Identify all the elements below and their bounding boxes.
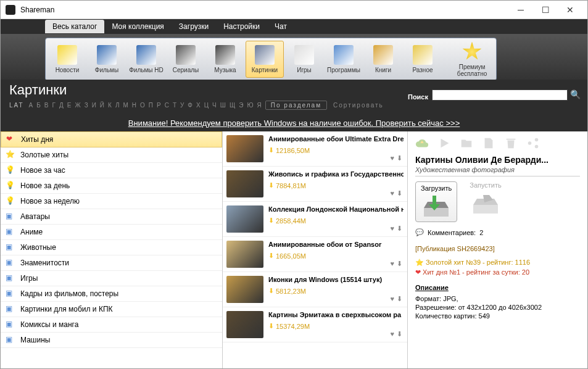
tool-films-hd[interactable]: Фильмы HD (127, 41, 165, 78)
tool-series[interactable]: Сериалы (167, 41, 205, 78)
sidebar-item-5[interactable]: ▣Аватары (1, 209, 222, 225)
fav-icon[interactable]: ♥ (390, 225, 394, 233)
alpha-letter[interactable]: Е (67, 102, 73, 109)
list-item[interactable]: Коллекция Лондонской Национальной н ⬇ 28… (223, 202, 407, 237)
sidebar-item-2[interactable]: 💡Новое за час (1, 163, 222, 178)
alpha-letter[interactable]: М (123, 102, 129, 109)
alpha-letter[interactable]: С (165, 102, 170, 109)
list-item[interactable]: Живопись и графика из Государственно ⬇ 7… (223, 167, 407, 202)
list-item[interactable]: Анимированные обои от Spansor ⬇ 1665,05M… (223, 237, 407, 272)
fav-icon[interactable]: ♥ (390, 189, 394, 197)
alpha-letter[interactable]: Ю (247, 102, 254, 109)
download-icon[interactable]: ⬇ (397, 225, 402, 233)
menu-3[interactable]: Настройки (216, 20, 267, 33)
star-icon: ⭐ (6, 150, 15, 160)
fav-icon[interactable]: ♥ (390, 330, 394, 338)
menu-0[interactable]: Весь каталог (45, 20, 104, 33)
alpha-letter[interactable]: Ч (212, 102, 218, 109)
alpha-letter[interactable]: Щ (230, 102, 236, 109)
alpha-letter[interactable]: Т (173, 102, 178, 109)
alpha-letter[interactable]: Х (196, 102, 202, 109)
star-icon (462, 42, 482, 62)
alpha-letter[interactable]: Э (239, 102, 244, 109)
tool-books[interactable]: Книги (364, 41, 402, 78)
programs-icon (334, 45, 354, 65)
alpha-letter[interactable]: З (85, 102, 89, 109)
item-title: Картины Эрмитажа в сверхвысоком ра (268, 311, 404, 318)
alpha-letter[interactable]: О (140, 102, 146, 109)
sidebar-item-6[interactable]: ▣Аниме (1, 225, 222, 240)
alpha-letter[interactable]: И (92, 102, 97, 109)
download-icon[interactable]: ⬇ (397, 154, 402, 162)
alpha-letter[interactable]: Г (52, 102, 57, 109)
list-item[interactable]: Иконки для Windows (15514 штук) ⬇ 5812,2… (223, 272, 407, 307)
alpha-letter[interactable]: П (149, 102, 154, 109)
download-icon[interactable]: ⬇ (397, 260, 402, 268)
fav-icon[interactable]: ♥ (390, 154, 394, 162)
alpha-letter[interactable]: Д (59, 102, 65, 109)
download-icon[interactable]: ⬇ (397, 295, 402, 303)
search-input[interactable] (432, 89, 568, 101)
tool-misc[interactable]: Разное (404, 41, 442, 78)
sidebar-item-3[interactable]: 💡Новое за день (1, 178, 222, 194)
sort-button[interactable]: Сортировать (333, 102, 384, 109)
comments-row[interactable]: 💬 Комментариев: 2 (415, 228, 580, 236)
menu-1[interactable]: Моя коллекция (104, 20, 171, 33)
alpha-letter[interactable]: У (180, 102, 185, 109)
tool-pictures[interactable]: Картинки (246, 41, 284, 78)
tool-programs[interactable]: Программы (325, 41, 363, 78)
page-icon[interactable] (482, 136, 495, 150)
search-icon[interactable]: 🔍 (570, 89, 581, 101)
item-size: ⬇ 2858,44M (268, 217, 404, 225)
share-icon[interactable] (526, 136, 540, 150)
sidebar-item-1[interactable]: ⭐Золотые хиты (1, 147, 222, 163)
sidebar-item-12[interactable]: ▣Комиксы и манга (1, 317, 222, 333)
alpha-letter[interactable]: Й (100, 102, 106, 109)
sidebar-item-11[interactable]: ▣Картинки для мобил и КПК (1, 302, 222, 317)
fav-icon[interactable]: ♥ (390, 295, 394, 303)
list-item[interactable]: Картины Эрмитажа в сверхвысоком ра ⬇ 153… (223, 307, 407, 342)
sidebar-item-0[interactable]: ❤Хиты дня (1, 131, 222, 147)
alpha-letter[interactable]: К (108, 102, 113, 109)
alpha-letter[interactable]: А (29, 102, 35, 109)
download-button[interactable]: Загрузить (415, 181, 457, 222)
alpha-letter[interactable]: Ш (220, 102, 227, 109)
sidebar-item-8[interactable]: ▣Знаменитости (1, 255, 222, 271)
alpha-letter[interactable]: Ж (75, 102, 81, 109)
sidebar-item-7[interactable]: ▣Животные (1, 240, 222, 255)
sidebar-item-10[interactable]: ▣Кадры из фильмов, постеры (1, 286, 222, 302)
maximize-button[interactable]: ☐ (533, 1, 558, 19)
tool-music[interactable]: Музыка (206, 41, 244, 78)
launch-button[interactable]: Запустить (470, 181, 502, 222)
alpha-letter[interactable]: Л (115, 102, 121, 109)
sidebar-item-9[interactable]: ▣Игры (1, 271, 222, 286)
download-icon[interactable]: ⬇ (397, 330, 402, 338)
alpha-letter[interactable]: Б (36, 102, 42, 109)
tool-premium[interactable]: Премиум бесплатно (450, 41, 494, 78)
menu-4[interactable]: Чат (267, 20, 294, 33)
sidebar-item-4[interactable]: 💡Новое за неделю (1, 194, 222, 209)
minimize-button[interactable]: ─ (508, 1, 533, 19)
alpha-letter[interactable]: Н (132, 102, 138, 109)
alpha-letter[interactable]: Ф (188, 102, 194, 109)
cloud-icon[interactable] (415, 136, 429, 150)
tool-games[interactable]: Игры (285, 41, 323, 78)
by-sections-button[interactable]: По разделам (265, 101, 327, 110)
alpha-letter[interactable]: В (44, 102, 50, 109)
alpha-lat[interactable]: LAT (9, 102, 24, 109)
warning-link[interactable]: Внимание! Рекомендуем проверить Windows … (128, 118, 460, 128)
folder-open-icon[interactable] (460, 136, 473, 150)
tool-films[interactable]: Фильмы (88, 41, 126, 78)
menu-2[interactable]: Загрузки (172, 20, 216, 33)
fav-icon[interactable]: ♥ (390, 260, 394, 268)
alpha-letter[interactable]: Я (257, 102, 263, 109)
tool-news[interactable]: Новости (48, 41, 86, 78)
play-icon[interactable] (437, 136, 451, 150)
sidebar-item-13[interactable]: ▣Машины (1, 333, 222, 348)
alpha-letter[interactable]: Ц (204, 102, 210, 109)
list-item[interactable]: Анимированные обои Ultimate Extra Dre ⬇ … (223, 131, 407, 167)
close-button[interactable]: ✕ (558, 1, 582, 19)
alpha-letter[interactable]: Р (157, 102, 162, 109)
download-icon[interactable]: ⬇ (397, 189, 402, 197)
trash-icon[interactable] (504, 136, 518, 150)
